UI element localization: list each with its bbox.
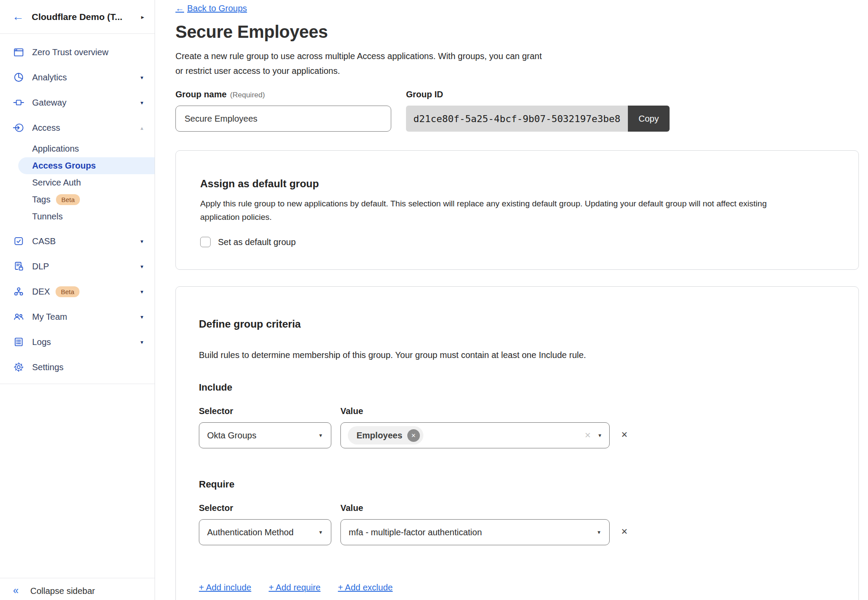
- overview-window-icon: [13, 46, 24, 58]
- rule-actions-row: + Add include + Add require + Add exclud…: [199, 583, 834, 593]
- selector-label: Selector: [199, 503, 331, 513]
- sidebar-item-label: My Team: [32, 312, 67, 322]
- remove-include-rule-button[interactable]: ✕: [621, 430, 628, 440]
- chevron-down-icon: ▾: [140, 288, 143, 295]
- main-content: ← Back to Groups Secure Employees Create…: [155, 0, 868, 600]
- my-team-people-icon: [13, 311, 24, 322]
- require-rule-row: Selector Authentication Method ▼ Value m…: [199, 503, 834, 545]
- sidebar-item-label: DEX: [32, 287, 50, 297]
- require-selector-column: Selector Authentication Method ▼: [199, 503, 331, 545]
- require-value: mfa - multiple-factor authentication: [349, 527, 482, 537]
- dlp-document-lock-icon: [13, 261, 24, 272]
- include-selector-value: Okta Groups: [207, 431, 256, 441]
- sidebar-subitem-label: Applications: [32, 144, 79, 154]
- chevron-down-icon: ▾: [140, 99, 143, 106]
- collapse-sidebar-label: Collapse sidebar: [30, 586, 95, 596]
- group-name-field-group: Group name(Required): [175, 90, 391, 132]
- sidebar-item-label: Logs: [32, 337, 51, 347]
- sidebar: ← Cloudflare Demo (T... ▸ Zero Trust ove…: [0, 0, 155, 600]
- dropdown-caret-icon: ▼: [318, 433, 323, 438]
- chevron-down-icon: ▾: [140, 339, 143, 345]
- account-header[interactable]: ← Cloudflare Demo (T... ▸: [0, 0, 155, 34]
- group-name-label: Group name: [175, 90, 227, 99]
- default-card-desc-line: application policies.: [200, 210, 834, 224]
- sidebar-item-label: Gateway: [32, 98, 66, 108]
- beta-badge: Beta: [56, 194, 80, 205]
- page-description-line: Create a new rule group to use across mu…: [175, 49, 868, 63]
- group-name-id-row: Group name(Required) Group ID d21ce80f-5…: [175, 90, 868, 132]
- beta-badge: Beta: [56, 286, 79, 297]
- sidebar-item-my-team[interactable]: My Team ▾: [0, 304, 155, 329]
- criteria-card-description: Build rules to determine membership of t…: [199, 350, 834, 360]
- sidebar-item-access[interactable]: Access ▴: [0, 115, 155, 140]
- sidebar-item-gateway[interactable]: Gateway ▾: [0, 90, 155, 115]
- set-default-checkbox[interactable]: [200, 237, 211, 247]
- require-selector-dropdown[interactable]: Authentication Method ▼: [199, 519, 331, 545]
- sidebar-item-zero-trust-overview[interactable]: Zero Trust overview: [0, 40, 155, 65]
- sidebar-item-dex[interactable]: DEX Beta ▾: [0, 279, 155, 304]
- employees-chip: Employees ✕: [348, 426, 423, 444]
- back-arrow-icon: ←: [175, 3, 184, 13]
- sidebar-item-settings[interactable]: Settings: [0, 355, 155, 380]
- casb-check-icon: [13, 235, 24, 247]
- page-description: Create a new rule group to use across mu…: [175, 49, 868, 78]
- sidebar-item-label: CASB: [32, 236, 56, 246]
- chevron-down-icon: ▾: [140, 314, 143, 320]
- collapse-chevrons-icon: «: [13, 586, 19, 595]
- chevron-down-icon: ▾: [140, 74, 143, 81]
- chevron-up-icon: ▴: [140, 125, 143, 131]
- add-include-link[interactable]: + Add include: [199, 583, 251, 593]
- gateway-icon: [13, 97, 24, 108]
- sidebar-subitem-label: Tunnels: [32, 212, 63, 222]
- clear-values-icon[interactable]: ✕: [584, 431, 591, 440]
- selector-label: Selector: [199, 406, 331, 416]
- account-expand-caret-icon[interactable]: ▸: [141, 13, 144, 20]
- chip-label: Employees: [356, 431, 403, 441]
- sidebar-item-label: Access: [32, 123, 60, 133]
- sidebar-item-logs[interactable]: Logs ▾: [0, 329, 155, 355]
- group-name-input[interactable]: [175, 106, 391, 132]
- sidebar-item-tags[interactable]: Tags Beta: [0, 191, 155, 208]
- sidebar-item-analytics[interactable]: Analytics ▾: [0, 65, 155, 90]
- sidebar-divider: [0, 384, 155, 384]
- include-value-multiselect[interactable]: Employees ✕ ✕ ▼: [340, 422, 610, 448]
- value-label: Value: [340, 503, 610, 513]
- back-to-groups-link[interactable]: ← Back to Groups: [175, 3, 247, 13]
- sidebar-nav: Zero Trust overview Analytics ▾ Gateway …: [0, 34, 155, 384]
- criteria-card: Define group criteria Build rules to det…: [175, 286, 859, 600]
- group-id-label: Group ID: [406, 90, 670, 99]
- require-value-column: Value mfa - multiple-factor authenticati…: [340, 503, 610, 545]
- sidebar-item-service-auth[interactable]: Service Auth: [0, 174, 155, 191]
- sidebar-item-label: Zero Trust overview: [32, 47, 109, 57]
- add-exclude-link[interactable]: + Add exclude: [338, 583, 393, 593]
- sidebar-item-dlp[interactable]: DLP ▾: [0, 254, 155, 279]
- require-selector-value: Authentication Method: [207, 527, 294, 537]
- collapse-sidebar-button[interactable]: « Collapse sidebar: [0, 578, 155, 600]
- group-id-box: d21ce80f-5a25-4bcf-9b07-5032197e3be8 Cop…: [406, 106, 670, 132]
- include-selector-dropdown[interactable]: Okta Groups ▼: [199, 422, 331, 448]
- default-group-card-title: Assign as default group: [200, 178, 834, 190]
- require-value-dropdown[interactable]: mfa - multiple-factor authentication ▼: [340, 519, 610, 545]
- remove-require-rule-button[interactable]: ✕: [621, 527, 628, 537]
- back-arrow-icon[interactable]: ←: [12, 11, 24, 23]
- sidebar-item-access-groups[interactable]: Access Groups: [18, 157, 155, 174]
- chevron-down-icon: ▾: [140, 238, 143, 245]
- account-title: Cloudflare Demo (T...: [32, 12, 138, 22]
- access-login-icon: [13, 122, 24, 133]
- include-value-column: Value Employees ✕ ✕ ▼: [340, 406, 610, 448]
- sidebar-item-casb[interactable]: CASB ▾: [0, 229, 155, 254]
- copy-button[interactable]: Copy: [628, 106, 670, 132]
- dropdown-caret-icon: ▼: [318, 530, 323, 535]
- sidebar-item-tunnels[interactable]: Tunnels: [0, 208, 155, 225]
- require-heading: Require: [199, 479, 834, 490]
- group-id-field-group: Group ID d21ce80f-5a25-4bcf-9b07-5032197…: [406, 90, 670, 132]
- set-default-checkbox-label: Set as default group: [218, 237, 296, 247]
- add-require-link[interactable]: + Add require: [269, 583, 321, 593]
- sidebar-item-applications[interactable]: Applications: [0, 140, 155, 157]
- logs-list-icon: [13, 336, 24, 348]
- default-group-card-description: Apply this rule group to new application…: [200, 197, 834, 224]
- default-card-desc-line: Apply this rule group to new application…: [200, 197, 834, 210]
- chip-remove-icon[interactable]: ✕: [407, 429, 420, 442]
- criteria-card-title: Define group criteria: [199, 318, 834, 330]
- page-description-line: or restrict user access to your applicat…: [175, 63, 868, 78]
